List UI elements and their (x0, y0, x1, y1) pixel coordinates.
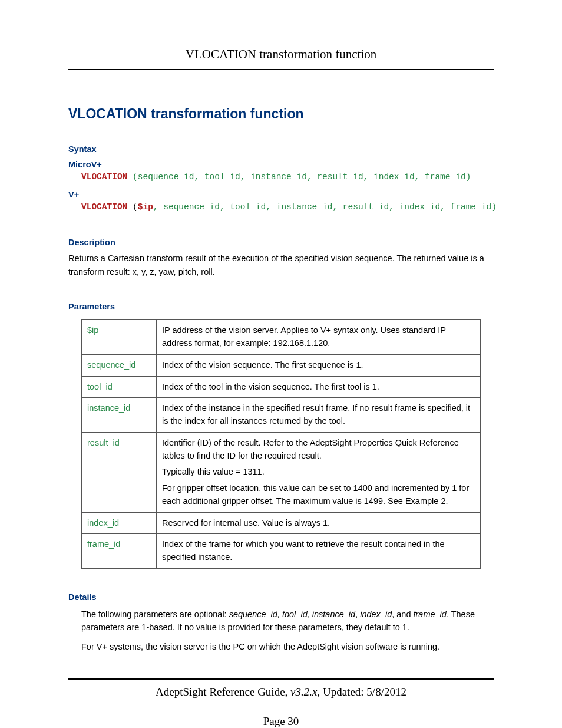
open-paren: ( (127, 202, 137, 212)
text: The following parameters are optional: (81, 610, 229, 619)
param-desc-line: Typically this value = 1311. (162, 466, 475, 479)
code-vplus: VLOCATION ($ip, sequence_id, tool_id, in… (81, 200, 494, 214)
footer-rule (68, 678, 494, 680)
param-desc: Index of the vision sequence. The first … (157, 354, 481, 376)
param-desc: IP address of the vision server. Applies… (157, 320, 481, 355)
page-title: VLOCATION transformation function (68, 106, 494, 122)
page: VLOCATION transformation function VLOCAT… (0, 0, 562, 728)
page-number: Page 30 (0, 715, 562, 728)
table-row: $ip IP address of the vision server. App… (82, 320, 481, 355)
running-header: VLOCATION transformation function (68, 47, 494, 62)
footer-version: , v3.2.x (285, 686, 318, 698)
footer-text: AdeptSight Reference Guide, v3.2.x, Upda… (68, 686, 494, 699)
table-row: instance_id Index of the instance in the… (82, 398, 481, 433)
param-name: index_id (82, 512, 157, 534)
text: , and (392, 610, 413, 619)
text: , (355, 610, 360, 619)
param-desc-line: Identifier (ID) of the result. Refer to … (162, 437, 475, 463)
italic: sequence_id, tool_id (229, 610, 308, 619)
table-row: index_id Reserved for internal use. Valu… (82, 512, 481, 534)
param-desc-line: For gripper offset location, this value … (162, 482, 475, 508)
param-name: tool_id (82, 376, 157, 398)
table-row: frame_id Index of the frame for which yo… (82, 534, 481, 569)
section-heading-description: Description (68, 238, 494, 247)
param-desc: Index of the tool in the vision sequence… (157, 376, 481, 398)
args-microv: (sequence_id, tool_id, instance_id, resu… (127, 172, 471, 182)
keyword-vlocation: VLOCATION (81, 172, 127, 182)
param-name: frame_id (82, 534, 157, 569)
header-rule (68, 69, 494, 70)
section-heading-parameters: Parameters (68, 302, 494, 311)
code-microv: VLOCATION (sequence_id, tool_id, instanc… (81, 170, 494, 184)
param-desc: Index of the instance in the specified r… (157, 398, 481, 433)
footer-updated: , Updated: 5/8/2012 (317, 686, 406, 698)
param-name: $ip (82, 320, 157, 355)
details-paragraph: The following parameters are optional: s… (81, 608, 494, 634)
table-row: sequence_id Index of the vision sequence… (82, 354, 481, 376)
param-name: result_id (82, 432, 157, 512)
section-heading-details: Details (68, 592, 494, 602)
param-name: sequence_id (82, 354, 157, 376)
details-block: The following parameters are optional: s… (81, 608, 494, 653)
arg-ip: $ip (138, 202, 153, 212)
description-text: Returns a Cartesian transform result of … (68, 252, 494, 278)
subhead-microv: MicroV+ (68, 160, 494, 169)
param-desc: Identifier (ID) of the result. Refer to … (157, 432, 481, 512)
details-paragraph: For V+ systems, the vision server is the… (81, 640, 494, 653)
section-heading-syntax: Syntax (68, 144, 494, 154)
italic: index_id (360, 610, 392, 619)
args-vplus: , sequence_id, tool_id, instance_id, res… (153, 202, 497, 212)
param-name: instance_id (82, 398, 157, 433)
footer-guide: AdeptSight Reference Guide (156, 686, 285, 698)
italic: instance_id (312, 610, 355, 619)
table-row: result_id Identifier (ID) of the result.… (82, 432, 481, 512)
subhead-vplus: V+ (68, 190, 494, 199)
italic: frame_id (413, 610, 446, 619)
param-desc: Index of the frame for which you want to… (157, 534, 481, 569)
keyword-vlocation: VLOCATION (81, 202, 127, 212)
parameters-table: $ip IP address of the vision server. App… (81, 319, 481, 569)
table-row: tool_id Index of the tool in the vision … (82, 376, 481, 398)
footer: AdeptSight Reference Guide, v3.2.x, Upda… (68, 678, 494, 699)
text: , (308, 610, 312, 619)
param-desc: Reserved for internal use. Value is alwa… (157, 512, 481, 534)
